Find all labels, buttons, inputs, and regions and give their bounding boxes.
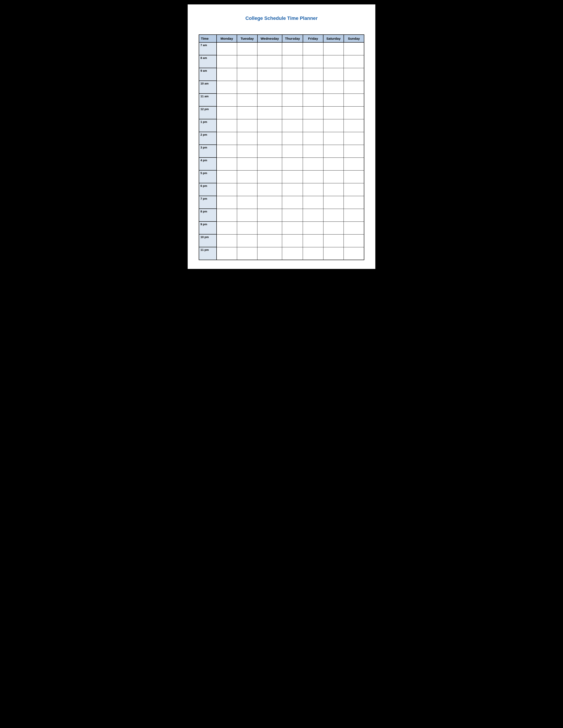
day-cell-1-9-am[interactable] [237,68,257,81]
day-cell-3-3-pm[interactable] [282,145,303,158]
day-cell-0-5-pm[interactable] [216,170,237,183]
day-cell-6-8-pm[interactable] [344,209,364,221]
day-cell-2-11-pm[interactable] [257,247,282,260]
day-cell-1-4-pm[interactable] [237,158,257,170]
day-cell-1-12-pm[interactable] [237,106,257,119]
day-cell-2-9-pm[interactable] [257,221,282,234]
day-cell-3-2-pm[interactable] [282,132,303,145]
day-cell-6-9-pm[interactable] [344,221,364,234]
day-cell-0-6-pm[interactable] [216,183,237,196]
day-cell-2-7-pm[interactable] [257,196,282,209]
day-cell-2-10-am[interactable] [257,81,282,94]
day-cell-3-7-pm[interactable] [282,196,303,209]
day-cell-1-10-am[interactable] [237,81,257,94]
day-cell-6-6-pm[interactable] [344,183,364,196]
day-cell-3-10-am[interactable] [282,81,303,94]
day-cell-4-8-pm[interactable] [303,209,323,221]
day-cell-6-10-pm[interactable] [344,234,364,247]
day-cell-3-8-pm[interactable] [282,209,303,221]
day-cell-5-8-pm[interactable] [323,209,344,221]
day-cell-1-11-am[interactable] [237,94,257,106]
day-cell-1-5-pm[interactable] [237,170,257,183]
day-cell-6-4-pm[interactable] [344,158,364,170]
day-cell-4-1-pm[interactable] [303,119,323,132]
day-cell-4-9-pm[interactable] [303,221,323,234]
day-cell-5-4-pm[interactable] [323,158,344,170]
day-cell-1-7-am[interactable] [237,42,257,55]
day-cell-5-7-pm[interactable] [323,196,344,209]
day-cell-3-9-pm[interactable] [282,221,303,234]
day-cell-4-7-am[interactable] [303,42,323,55]
day-cell-2-12-pm[interactable] [257,106,282,119]
day-cell-0-11-pm[interactable] [216,247,237,260]
day-cell-3-8-am[interactable] [282,55,303,68]
day-cell-0-2-pm[interactable] [216,132,237,145]
day-cell-0-1-pm[interactable] [216,119,237,132]
day-cell-3-1-pm[interactable] [282,119,303,132]
day-cell-2-9-am[interactable] [257,68,282,81]
day-cell-1-8-am[interactable] [237,55,257,68]
day-cell-2-8-am[interactable] [257,55,282,68]
day-cell-1-3-pm[interactable] [237,145,257,158]
day-cell-0-8-pm[interactable] [216,209,237,221]
day-cell-2-3-pm[interactable] [257,145,282,158]
day-cell-2-8-pm[interactable] [257,209,282,221]
day-cell-4-5-pm[interactable] [303,170,323,183]
day-cell-3-10-pm[interactable] [282,234,303,247]
day-cell-5-7-am[interactable] [323,42,344,55]
day-cell-2-10-pm[interactable] [257,234,282,247]
day-cell-0-12-pm[interactable] [216,106,237,119]
day-cell-0-7-am[interactable] [216,42,237,55]
day-cell-3-5-pm[interactable] [282,170,303,183]
day-cell-5-9-am[interactable] [323,68,344,81]
day-cell-4-6-pm[interactable] [303,183,323,196]
day-cell-1-6-pm[interactable] [237,183,257,196]
day-cell-2-11-am[interactable] [257,94,282,106]
day-cell-5-8-am[interactable] [323,55,344,68]
day-cell-1-11-pm[interactable] [237,247,257,260]
day-cell-0-9-am[interactable] [216,68,237,81]
day-cell-2-7-am[interactable] [257,42,282,55]
day-cell-2-1-pm[interactable] [257,119,282,132]
day-cell-5-1-pm[interactable] [323,119,344,132]
day-cell-6-10-am[interactable] [344,81,364,94]
day-cell-6-7-am[interactable] [344,42,364,55]
day-cell-3-6-pm[interactable] [282,183,303,196]
day-cell-4-3-pm[interactable] [303,145,323,158]
day-cell-6-11-pm[interactable] [344,247,364,260]
day-cell-0-10-pm[interactable] [216,234,237,247]
day-cell-4-4-pm[interactable] [303,158,323,170]
day-cell-3-9-am[interactable] [282,68,303,81]
day-cell-5-3-pm[interactable] [323,145,344,158]
day-cell-6-1-pm[interactable] [344,119,364,132]
day-cell-3-7-am[interactable] [282,42,303,55]
day-cell-5-2-pm[interactable] [323,132,344,145]
day-cell-3-11-am[interactable] [282,94,303,106]
day-cell-4-11-pm[interactable] [303,247,323,260]
day-cell-3-12-pm[interactable] [282,106,303,119]
day-cell-1-8-pm[interactable] [237,209,257,221]
day-cell-4-2-pm[interactable] [303,132,323,145]
day-cell-2-5-pm[interactable] [257,170,282,183]
day-cell-5-5-pm[interactable] [323,170,344,183]
day-cell-3-11-pm[interactable] [282,247,303,260]
day-cell-1-1-pm[interactable] [237,119,257,132]
day-cell-3-4-pm[interactable] [282,158,303,170]
day-cell-0-3-pm[interactable] [216,145,237,158]
day-cell-5-9-pm[interactable] [323,221,344,234]
day-cell-5-12-pm[interactable] [323,106,344,119]
day-cell-2-2-pm[interactable] [257,132,282,145]
day-cell-0-11-am[interactable] [216,94,237,106]
day-cell-0-8-am[interactable] [216,55,237,68]
day-cell-6-5-pm[interactable] [344,170,364,183]
day-cell-1-10-pm[interactable] [237,234,257,247]
day-cell-0-4-pm[interactable] [216,158,237,170]
day-cell-1-7-pm[interactable] [237,196,257,209]
day-cell-4-12-pm[interactable] [303,106,323,119]
day-cell-6-9-am[interactable] [344,68,364,81]
day-cell-2-6-pm[interactable] [257,183,282,196]
day-cell-6-3-pm[interactable] [344,145,364,158]
day-cell-4-7-pm[interactable] [303,196,323,209]
day-cell-0-10-am[interactable] [216,81,237,94]
day-cell-5-6-pm[interactable] [323,183,344,196]
